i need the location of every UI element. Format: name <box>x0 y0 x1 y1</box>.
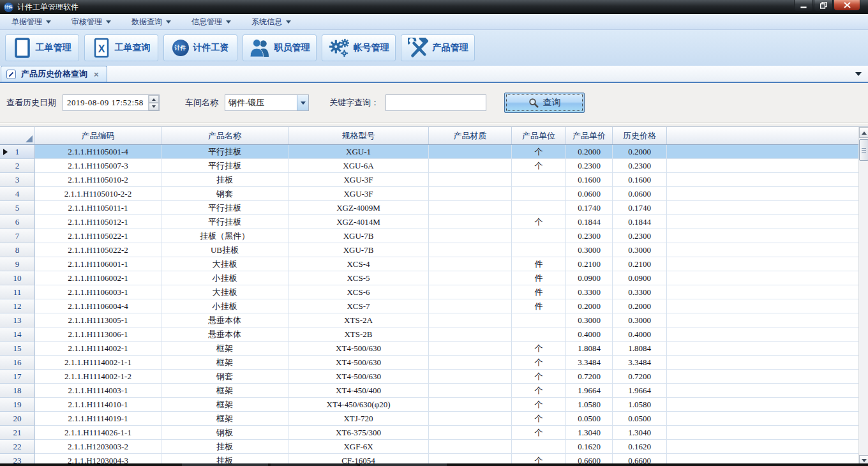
row-header-cell[interactable]: 6 <box>0 215 35 229</box>
cell <box>429 412 512 426</box>
minimize-button[interactable] <box>794 0 813 11</box>
row-header-cell[interactable]: 22 <box>0 440 35 454</box>
table-row[interactable]: 82.1.1.H1105022-2UB挂板XGU-7B0.30000.3000 <box>0 243 858 257</box>
row-header-cell[interactable]: 14 <box>0 327 35 342</box>
table-row[interactable]: 152.1.1.H1114002-1框架XT4-500/630个1.80841.… <box>0 342 858 356</box>
menu-item-5[interactable]: 系统信息 <box>245 15 297 29</box>
menu-item-4[interactable]: 信息管理 <box>185 15 237 29</box>
spinner-down-button[interactable] <box>149 103 159 110</box>
row-number: 20 <box>13 414 22 424</box>
cell: 0.4000 <box>613 327 667 342</box>
row-header-cell[interactable]: 18 <box>0 384 35 398</box>
row-header-cell[interactable]: 12 <box>0 299 35 313</box>
toolbar-button-3[interactable]: 计件计件工资 <box>163 34 237 61</box>
menu-item-1[interactable]: 单据管理 <box>5 15 57 29</box>
cell-filler <box>667 426 858 440</box>
table-row[interactable]: 182.1.1.H1114003-1框架XT4-450/400个1.96641.… <box>0 384 858 398</box>
column-header-6[interactable]: 产品单价 <box>566 127 613 144</box>
column-header-1[interactable]: 产品编码 <box>35 127 161 144</box>
menu-item-3[interactable]: 数据查询 <box>125 15 177 29</box>
cell: 框架 <box>161 398 288 412</box>
tab-close-icon[interactable]: × <box>93 70 100 79</box>
scrollbar-thumb[interactable] <box>859 139 868 161</box>
restore-button[interactable] <box>814 0 833 11</box>
table-row[interactable]: 112.1.1.H1106003-1大挂板XCS-6件0.33000.3300 <box>0 285 858 299</box>
table-row[interactable]: 52.1.1.H1105011-1平行挂板XGZ-4009M0.17400.17… <box>0 201 858 215</box>
row-header-cell[interactable]: 15 <box>0 342 35 356</box>
keyword-input[interactable] <box>385 94 486 111</box>
row-number: 6 <box>15 217 20 227</box>
history-date-field[interactable]: 2019-08-09 17:52:58 <box>63 94 160 111</box>
row-header-cell[interactable]: 10 <box>0 271 35 285</box>
row-header-cell[interactable]: 16 <box>0 356 35 370</box>
cell: 2.1.1.H1114010-1 <box>35 398 161 412</box>
table-row[interactable]: 172.1.1.H1114002-1-2钢套XT4-500/630个0.7200… <box>0 370 858 384</box>
cell <box>429 440 512 454</box>
toolbar: 工单管理X工单查询计件计件工资职员管理帐号管理产品管理 <box>0 30 868 66</box>
cell: 个 <box>512 215 566 229</box>
row-header-cell[interactable]: 20 <box>0 412 35 426</box>
row-header-cell[interactable]: 4 <box>0 187 35 201</box>
current-row-arrow-icon <box>3 149 8 155</box>
tab-product-history-price[interactable]: 产品历史价格查询 × <box>1 66 107 82</box>
cell: 2.1.1.H1106003-1 <box>35 285 161 299</box>
triangle-up-icon <box>862 129 867 135</box>
column-header-5[interactable]: 产品单位 <box>512 127 566 144</box>
row-header-cell[interactable]: 3 <box>0 173 35 187</box>
row-header-cell[interactable]: 2 <box>0 159 35 173</box>
toolbar-button-6[interactable]: 产品管理 <box>401 34 475 61</box>
cell: 件 <box>512 285 566 299</box>
row-header-cell[interactable]: 19 <box>0 398 35 412</box>
toolbar-button-5[interactable]: 帐号管理 <box>322 34 396 61</box>
vertical-scrollbar[interactable] <box>858 127 868 466</box>
table-row[interactable]: 22.1.1.H1105007-3平行挂板XGU-6A个0.23000.2300 <box>0 159 858 173</box>
row-header-cell[interactable]: 9 <box>0 257 35 271</box>
table-row[interactable]: 202.1.1.H1114019-1框架XTJ-720个0.05000.0500 <box>0 412 858 426</box>
workshop-combobox[interactable]: 钢件-锻压 <box>225 94 309 111</box>
cell: XCS-6 <box>288 285 429 299</box>
table-row[interactable]: 192.1.1.H1114010-1框架XT4-450/630(φ20)个1.0… <box>0 398 858 412</box>
table-row[interactable]: 222.1.1.H1203003-2挂板XGF-6X0.16200.1620 <box>0 440 858 454</box>
table-row[interactable]: 92.1.1.H1106001-1大挂板XCS-4件0.21000.2100 <box>0 257 858 271</box>
toolbar-button-1[interactable]: 工单管理 <box>5 34 79 61</box>
row-header-cell[interactable]: 17 <box>0 370 35 384</box>
keyword-label: 关键字查询： <box>329 97 379 109</box>
column-header-2[interactable]: 产品名称 <box>161 127 288 144</box>
table-row[interactable]: 72.1.1.H1105022-1挂板（黑件）XGU-7B0.23000.230… <box>0 229 858 243</box>
grid-header: 产品编码产品名称规格型号产品材质产品单位产品单价历史价格 <box>0 127 858 145</box>
table-row[interactable]: 12.1.1.H1105001-4平行挂板XGU-1个0.20000.2000 <box>0 145 858 159</box>
column-header-7[interactable]: 历史价格 <box>613 127 667 144</box>
row-header-cell[interactable]: 21 <box>0 426 35 440</box>
close-button[interactable] <box>834 0 860 11</box>
table-row[interactable]: 42.1.1.H1105010-2-2钢套XGU-3F0.06000.0600 <box>0 187 858 201</box>
table-row[interactable]: 132.1.1.H1113005-1悬垂本体XTS-2A0.30000.3000 <box>0 313 858 327</box>
row-header-cell[interactable]: 7 <box>0 229 35 243</box>
row-header-cell[interactable]: 1 <box>0 145 35 159</box>
table-row[interactable]: 122.1.1.H1106004-4小挂板XCS-7件0.20000.2000 <box>0 299 858 313</box>
toolbar-button-2[interactable]: X工单查询 <box>84 34 158 61</box>
cell: 1.9664 <box>566 384 613 398</box>
toolbar-button-4[interactable]: 职员管理 <box>243 34 317 61</box>
combo-dropdown-button[interactable] <box>297 95 308 110</box>
table-row[interactable]: 142.1.1.H1113006-1悬垂本体XTS-2B0.40000.4000 <box>0 327 858 342</box>
table-row[interactable]: 32.1.1.H1105010-2挂板XGU-3F0.16000.1600 <box>0 173 858 187</box>
column-header-3[interactable]: 规格型号 <box>288 127 429 144</box>
table-row[interactable]: 162.1.1.H1114002-1-1框架XT4-500/630个3.3484… <box>0 356 858 370</box>
table-row[interactable]: 62.1.1.H1105012-1平行挂板XGZ-4014M个0.18440.1… <box>0 215 858 229</box>
row-header-cell[interactable]: 5 <box>0 201 35 215</box>
cell: XGZ-4009M <box>288 201 429 215</box>
scroll-up-button[interactable] <box>859 127 868 138</box>
select-all-corner-cell[interactable] <box>0 127 35 144</box>
table-row[interactable]: 212.1.1.H1114026-1-1钢板XT6-375/300个1.3040… <box>0 426 858 440</box>
tab-list-dropdown-icon[interactable] <box>855 72 862 79</box>
row-header-cell[interactable]: 11 <box>0 285 35 299</box>
menu-item-2[interactable]: 审核管理 <box>65 15 117 29</box>
edit-icon <box>6 70 16 79</box>
table-row[interactable]: 102.1.1.H1106002-1小挂板XCS-5件0.09000.0900 <box>0 271 858 285</box>
cell: 0.2300 <box>613 229 667 243</box>
row-header-cell[interactable]: 8 <box>0 243 35 257</box>
column-header-4[interactable]: 产品材质 <box>429 127 512 144</box>
search-button[interactable]: 查询 <box>504 93 585 113</box>
row-header-cell[interactable]: 13 <box>0 313 35 327</box>
spinner-up-button[interactable] <box>149 95 159 103</box>
